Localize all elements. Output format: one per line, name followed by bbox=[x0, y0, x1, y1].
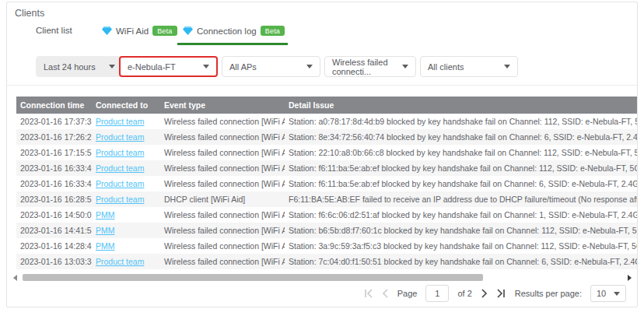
chevron-down-icon bbox=[203, 65, 209, 68]
cell-connected-to: Product team bbox=[92, 114, 160, 129]
cell-detail-issue: Station: 3a:9c:59:3a:f5:c3 blocked by ke… bbox=[285, 238, 637, 254]
cell-event-type: Wireless failed connection [WiFi Aid] bbox=[160, 145, 285, 160]
connected-to-link[interactable]: Product team bbox=[96, 257, 144, 266]
page-label: Page bbox=[397, 289, 418, 298]
clients-dropdown[interactable]: All clients bbox=[420, 56, 518, 77]
hscroll-left-arrow[interactable] bbox=[13, 275, 17, 281]
page-size-value: 10 bbox=[597, 289, 606, 298]
cell-connected-to: Product team bbox=[92, 129, 160, 145]
connected-to-link[interactable]: Product team bbox=[96, 148, 144, 157]
cell-event-type: Wireless failed connection [WiFi Aid] bbox=[160, 176, 285, 191]
cell-detail-issue: Station: 22:10:a8:0b:66:c8 blocked by ke… bbox=[285, 145, 637, 160]
clients-value: All clients bbox=[428, 62, 464, 72]
connected-to-link[interactable]: Product team bbox=[96, 163, 144, 173]
page-number-input[interactable] bbox=[425, 285, 449, 302]
next-page-button[interactable] bbox=[481, 289, 488, 298]
cell-connected-to: Product team bbox=[92, 191, 160, 207]
previous-page-button[interactable] bbox=[382, 289, 389, 298]
first-page-button[interactable] bbox=[363, 289, 373, 298]
cell-connection-time: 2023-01-16 16:33:49 bbox=[16, 160, 92, 176]
cell-event-type: Wireless failed connection [WiFi Aid] bbox=[160, 160, 285, 176]
cell-connected-to: Product team bbox=[92, 145, 160, 160]
table-row: 2023-01-16 16:33:48 Product team Wireles… bbox=[16, 176, 637, 191]
last-page-button[interactable] bbox=[496, 289, 506, 298]
cell-event-type: Wireless failed connection [WiFi Aid] bbox=[160, 207, 285, 223]
table-row: 2023-01-16 17:26:21 Product team Wireles… bbox=[16, 129, 637, 145]
cell-connected-to: PMM bbox=[92, 238, 160, 254]
cell-connected-to: PMM bbox=[92, 223, 160, 238]
cell-connected-to: Product team bbox=[92, 176, 160, 191]
col-header-connection-time: Connection time bbox=[16, 97, 92, 114]
cell-event-type: DHCP client [WiFi Aid] bbox=[160, 191, 285, 207]
connected-to-link[interactable]: Product team bbox=[96, 117, 144, 126]
connected-to-link[interactable]: Product team bbox=[96, 195, 144, 204]
beta-badge: Beta bbox=[152, 26, 177, 36]
chevron-down-icon bbox=[614, 292, 620, 296]
chevron-down-icon bbox=[109, 65, 115, 68]
table-row: 2023-01-16 14:50:09 PMM Wireless failed … bbox=[16, 207, 637, 223]
gem-icon bbox=[183, 26, 193, 35]
cell-detail-issue: Station: a0:78:17:8d:4d:b9 blocked by ke… bbox=[285, 114, 637, 129]
table-row: 2023-01-16 17:37:32 Product team Wireles… bbox=[16, 114, 637, 129]
connected-to-link[interactable]: PMM bbox=[96, 241, 115, 251]
cell-connection-time: 2023-01-16 16:28:59 bbox=[16, 191, 92, 207]
cell-event-type: Wireless failed connection [WiFi Aid] bbox=[160, 223, 285, 238]
chevron-down-icon bbox=[402, 65, 408, 68]
cell-detail-issue: Station: f6:11:ba:5e:ab:ef blocked by ke… bbox=[285, 176, 637, 191]
connected-to-link[interactable]: PMM bbox=[96, 226, 115, 235]
connected-to-link[interactable]: Product team bbox=[96, 132, 144, 142]
tab-wifi-aid[interactable]: WiFi Aid Beta bbox=[102, 26, 177, 36]
col-header-connected-to: Connected to bbox=[92, 97, 160, 114]
ap-value: All APs bbox=[229, 62, 257, 72]
connection-log-table: Connection time Connected to Event type … bbox=[16, 97, 637, 269]
cell-connection-time: 2023-01-16 14:41:58 bbox=[16, 223, 92, 238]
cell-event-type: Wireless failed connection [WiFi Aid] bbox=[160, 254, 285, 269]
table-row: 2023-01-16 16:33:49 Product team Wireles… bbox=[16, 160, 637, 176]
tab-connection-log-label: Connection log bbox=[197, 26, 257, 36]
event-type-value: Wireless failed connecti... bbox=[332, 58, 397, 76]
table-row: 2023-01-16 13:03:34 Product team Wireles… bbox=[16, 254, 637, 269]
time-range-value: Last 24 hours bbox=[44, 62, 96, 72]
page-title: Clients bbox=[15, 8, 44, 19]
cell-event-type: Wireless failed connection [WiFi Aid] bbox=[160, 238, 285, 254]
active-tab-indicator bbox=[177, 43, 288, 45]
tab-connection-log[interactable]: Connection log Beta bbox=[183, 26, 285, 36]
gem-icon bbox=[102, 26, 112, 35]
ap-dropdown[interactable]: All APs bbox=[222, 56, 320, 77]
table-row: 2023-01-16 17:15:58 Product team Wireles… bbox=[16, 145, 637, 160]
filter-bar: Last 24 hours e-Nebula-FT All APs Wirele… bbox=[7, 56, 637, 78]
hscroll-right-arrow[interactable] bbox=[628, 275, 632, 281]
cell-connection-time: 2023-01-16 13:03:34 bbox=[16, 254, 92, 269]
cell-connected-to: Product team bbox=[92, 254, 160, 269]
col-header-detail-issue: Detail Issue bbox=[285, 97, 637, 114]
divider bbox=[7, 85, 637, 86]
cell-event-type: Wireless failed connection [WiFi Aid] bbox=[160, 129, 285, 145]
page-size-dropdown[interactable]: 10 bbox=[590, 285, 626, 302]
cell-detail-issue: Station: 7c:04:d0:f1:50:51 blocked by ke… bbox=[285, 254, 637, 269]
cell-detail-issue: Station: b6:5b:d8:f7:60:1c blocked by ke… bbox=[285, 223, 637, 238]
hscroll-thumb[interactable] bbox=[23, 274, 483, 281]
chevron-down-icon bbox=[504, 65, 510, 68]
connected-to-link[interactable]: Product team bbox=[96, 179, 144, 188]
cell-detail-issue: Station: f6:6c:06:d2:51:af blocked by ke… bbox=[285, 207, 637, 223]
event-type-dropdown[interactable]: Wireless failed connecti... bbox=[324, 56, 416, 77]
network-value: e-Nebula-FT bbox=[128, 62, 176, 72]
results-per-page-label: Results per page: bbox=[515, 289, 582, 298]
network-dropdown-highlighted[interactable]: e-Nebula-FT bbox=[119, 56, 218, 77]
connected-to-link[interactable]: PMM bbox=[96, 210, 115, 219]
clients-panel: Clients Client list WiFi Aid Beta Conne bbox=[6, 2, 638, 307]
cell-connection-time: 2023-01-16 14:28:49 bbox=[16, 238, 92, 254]
cell-detail-issue: Station: 8e:34:72:56:40:74 blocked by ke… bbox=[285, 129, 637, 145]
time-range-dropdown[interactable]: Last 24 hours bbox=[36, 56, 123, 77]
tab-client-list[interactable]: Client list bbox=[36, 26, 72, 35]
col-header-event-type: Event type bbox=[160, 97, 285, 114]
table-header-row: Connection time Connected to Event type … bbox=[16, 97, 637, 114]
table-row: 2023-01-16 14:28:49 PMM Wireless failed … bbox=[16, 238, 637, 254]
total-pages-label: of 2 bbox=[457, 289, 471, 298]
chevron-down-icon bbox=[306, 65, 313, 68]
cell-detail-issue: F6:11:BA:5E:AB:EF failed to receive an I… bbox=[285, 191, 637, 207]
tab-wifi-aid-label: WiFi Aid bbox=[116, 26, 149, 36]
cell-connection-time: 2023-01-16 17:26:21 bbox=[16, 129, 92, 145]
cell-connected-to: PMM bbox=[92, 207, 160, 223]
cell-connected-to: Product team bbox=[92, 160, 160, 176]
